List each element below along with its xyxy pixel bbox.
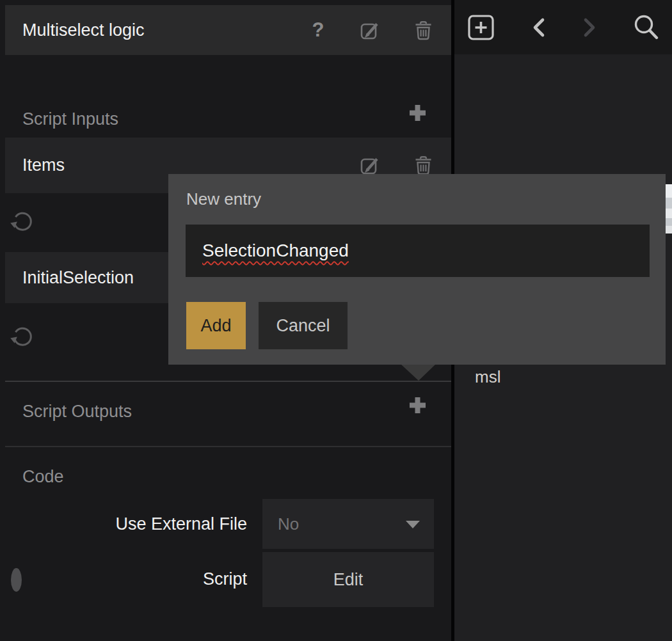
use-external-file-label: Use External File xyxy=(0,514,247,534)
asset-item-msl[interactable]: msl xyxy=(454,361,665,392)
new-item-button[interactable] xyxy=(463,0,498,54)
add-button-label: Add xyxy=(200,316,231,336)
chevron-left-icon xyxy=(531,17,548,38)
asset-item-label: msl xyxy=(454,367,500,387)
edit-icon xyxy=(360,155,382,176)
edit-icon xyxy=(360,20,382,41)
search-icon xyxy=(631,12,661,42)
entry-name-input[interactable]: SelectionChanged xyxy=(186,225,650,277)
script-label: Script xyxy=(0,569,247,589)
reset-default-button[interactable] xyxy=(10,324,35,349)
cancel-button[interactable]: Cancel xyxy=(259,302,348,349)
section-divider xyxy=(5,446,451,447)
script-outputs-header: Script Outputs xyxy=(5,392,451,431)
chevron-right-icon xyxy=(580,17,598,38)
plus-icon xyxy=(408,104,427,122)
rotate-ccw-icon xyxy=(10,324,35,349)
script-inputs-label: Script Inputs xyxy=(5,109,118,129)
add-script-output-button[interactable] xyxy=(408,395,427,415)
help-button[interactable]: ? xyxy=(304,5,332,55)
browser-toolbar xyxy=(454,0,672,54)
input-name: InitialSelection xyxy=(22,252,134,303)
input-name: Items xyxy=(22,138,65,193)
caret-down-icon xyxy=(406,521,420,528)
edit-script-button[interactable]: Edit xyxy=(262,552,434,607)
dropdown-selected-value: No xyxy=(278,499,299,549)
rotate-ccw-icon xyxy=(10,209,35,234)
add-script-input-button[interactable] xyxy=(408,103,427,122)
plus-box-icon xyxy=(468,15,494,40)
plus-icon xyxy=(408,396,427,415)
reset-default-button[interactable] xyxy=(10,209,35,234)
script-title-bar: Multiselect logic ? xyxy=(5,5,451,55)
script-inputs-header: Script Inputs xyxy=(5,100,451,138)
add-button[interactable]: Add xyxy=(186,302,246,349)
code-label: Code xyxy=(5,467,64,487)
code-header: Code xyxy=(5,457,451,496)
search-button[interactable] xyxy=(628,0,663,54)
back-button[interactable] xyxy=(524,0,554,54)
entry-name-value: SelectionChanged xyxy=(202,241,349,261)
trash-icon xyxy=(413,155,433,176)
new-entry-popup: New entry SelectionChanged Add Cancel xyxy=(168,174,666,365)
section-divider xyxy=(5,381,451,382)
popup-title: New entry xyxy=(186,189,261,209)
use-external-file-dropdown[interactable]: No xyxy=(262,499,434,549)
delete-script-button[interactable] xyxy=(409,5,437,55)
edge-list-fragment xyxy=(665,184,672,233)
app-screen: Multiselect logic ? xyxy=(0,0,672,641)
trash-icon xyxy=(413,20,433,41)
scroll-indicator[interactable] xyxy=(11,568,22,592)
forward-button[interactable] xyxy=(573,0,604,54)
script-title: Multiselect logic xyxy=(22,5,145,55)
popup-pointer-caret xyxy=(401,365,435,381)
help-icon: ? xyxy=(312,19,324,42)
edit-script-button-label: Edit xyxy=(333,570,364,590)
script-outputs-label: Script Outputs xyxy=(5,402,132,422)
rename-script-button[interactable] xyxy=(356,5,385,55)
cancel-button-label: Cancel xyxy=(276,316,330,336)
